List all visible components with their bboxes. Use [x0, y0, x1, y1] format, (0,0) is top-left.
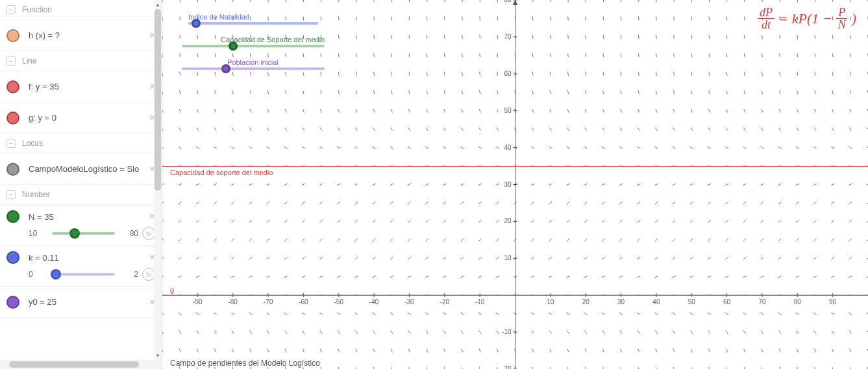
svg-line-217 — [284, 184, 288, 185]
svg-line-472 — [497, 128, 499, 131]
svg-line-586 — [602, 349, 604, 353]
svg-line-633 — [637, 257, 640, 259]
svg-line-133 — [214, 184, 217, 185]
svg-line-573 — [584, 202, 588, 204]
section-locus[interactable]: − Locus — [0, 134, 162, 154]
slider-thumb[interactable] — [221, 64, 230, 73]
sidebar-scrollbar-h[interactable] — [0, 360, 162, 369]
item-N[interactable]: N = 35 × 10 80 ▷ — [0, 205, 162, 246]
overlay-slider[interactable] — [188, 22, 318, 25]
svg-line-350 — [391, 53, 392, 57]
play-icon[interactable]: ▷ — [142, 268, 155, 281]
svg-line-887 — [849, 220, 852, 222]
item-g[interactable]: g: y = 0 × — [0, 102, 162, 134]
svg-line-307 — [356, 72, 356, 76]
sidebar-scrollbar[interactable]: ▲ ▼ — [154, 0, 162, 360]
slider-min: 0 — [29, 270, 48, 279]
svg-line-786 — [760, 147, 763, 149]
overlay-natalidad[interactable]: Indice de Natalidad — [188, 13, 318, 25]
visibility-dot[interactable] — [6, 112, 19, 125]
item-f[interactable]: f: y = 35 × — [0, 71, 162, 102]
line-f-label: Capacidad de soporte del medio — [170, 169, 273, 176]
item-campo[interactable]: CampoModeloLogístico = Slo × — [0, 154, 162, 185]
visibility-dot[interactable] — [6, 251, 19, 264]
svg-line-416 — [445, 0, 445, 2]
svg-line-535 — [549, 128, 551, 131]
slider-thumb[interactable] — [229, 42, 238, 51]
slider-N[interactable] — [52, 232, 115, 235]
section-line[interactable]: − Line — [0, 51, 162, 71]
collapse-icon[interactable]: − — [6, 56, 16, 65]
visibility-dot[interactable] — [6, 296, 19, 309]
svg-line-735 — [725, 313, 728, 315]
svg-line-180 — [250, 90, 251, 94]
svg-line-584 — [586, 0, 586, 2]
svg-line-537 — [550, 90, 551, 94]
svg-line-625 — [621, 16, 621, 20]
svg-line-849 — [813, 147, 817, 149]
visibility-dot[interactable] — [6, 80, 19, 93]
svg-line-335 — [391, 331, 393, 334]
svg-line-529 — [549, 239, 552, 241]
svg-line-432 — [462, 90, 463, 94]
play-icon[interactable]: ▷ — [142, 227, 155, 240]
svg-line-723 — [708, 147, 711, 149]
svg-line-872 — [832, 109, 834, 113]
svg-line-90 — [179, 202, 182, 204]
svg-line-96 — [179, 90, 180, 94]
slider-k[interactable] — [52, 273, 115, 276]
visibility-dot[interactable] — [6, 29, 19, 42]
svg-line-329 — [374, 53, 375, 57]
item-y0[interactable]: y0 = 25 × — [0, 287, 162, 318]
scroll-down-icon[interactable]: ▼ — [154, 351, 162, 360]
section-number[interactable]: − Number — [0, 185, 162, 205]
collapse-icon[interactable]: − — [6, 139, 16, 148]
svg-line-372 — [409, 35, 410, 39]
svg-line-86 — [178, 276, 181, 278]
svg-line-870 — [831, 147, 834, 149]
svg-line-299 — [355, 220, 358, 222]
overlay-slider[interactable] — [182, 45, 325, 47]
svg-line-356 — [408, 331, 410, 334]
svg-line-689 — [674, 0, 675, 2]
svg-line-684 — [673, 90, 675, 94]
item-k[interactable]: k = 0.11 × 0 2 ▷ — [0, 246, 162, 287]
svg-line-540 — [550, 35, 551, 39]
svg-line-290 — [338, 0, 339, 2]
svg-line-873 — [832, 90, 834, 94]
scrollbar-thumb[interactable] — [9, 361, 139, 368]
svg-line-272 — [338, 331, 340, 334]
scroll-up-icon[interactable]: ▲ — [154, 0, 162, 9]
visibility-dot[interactable] — [6, 163, 19, 176]
svg-line-422 — [460, 276, 464, 278]
svg-line-615 — [619, 202, 623, 204]
section-function[interactable]: − Function — [0, 0, 162, 20]
graphics-view[interactable]: -90-80-70-60-50-40-30-20-101020304050607… — [162, 0, 868, 369]
svg-line-893 — [850, 109, 851, 113]
svg-line-453 — [479, 90, 480, 94]
item-h[interactable]: h (x) = ? × — [0, 20, 162, 51]
svg-line-461 — [497, 331, 499, 334]
svg-text:80: 80 — [504, 0, 512, 3]
overlay-slider[interactable] — [182, 67, 325, 70]
svg-line-392 — [427, 53, 427, 57]
overlay-poblacion[interactable]: Población inicial — [182, 58, 325, 70]
svg-line-623 — [621, 53, 621, 57]
slider-thumb[interactable] — [69, 228, 80, 239]
svg-line-621 — [621, 90, 622, 94]
svg-line-269 — [321, 0, 321, 2]
svg-line-209 — [285, 331, 287, 334]
svg-line-664 — [656, 72, 656, 76]
slider-thumb[interactable] — [51, 269, 61, 280]
svg-line-285 — [338, 90, 340, 94]
overlay-capacidad[interactable]: Capacidad de Soporte del medio — [182, 36, 325, 47]
slider-thumb[interactable] — [192, 19, 201, 28]
svg-line-187 — [267, 349, 269, 353]
svg-line-214 — [284, 239, 287, 241]
visibility-dot[interactable] — [6, 210, 19, 223]
svg-line-384 — [425, 202, 428, 204]
collapse-icon[interactable]: − — [6, 190, 16, 199]
scrollbar-thumb[interactable] — [155, 9, 161, 191]
collapse-icon[interactable]: − — [6, 5, 16, 14]
svg-line-712 — [708, 349, 710, 353]
